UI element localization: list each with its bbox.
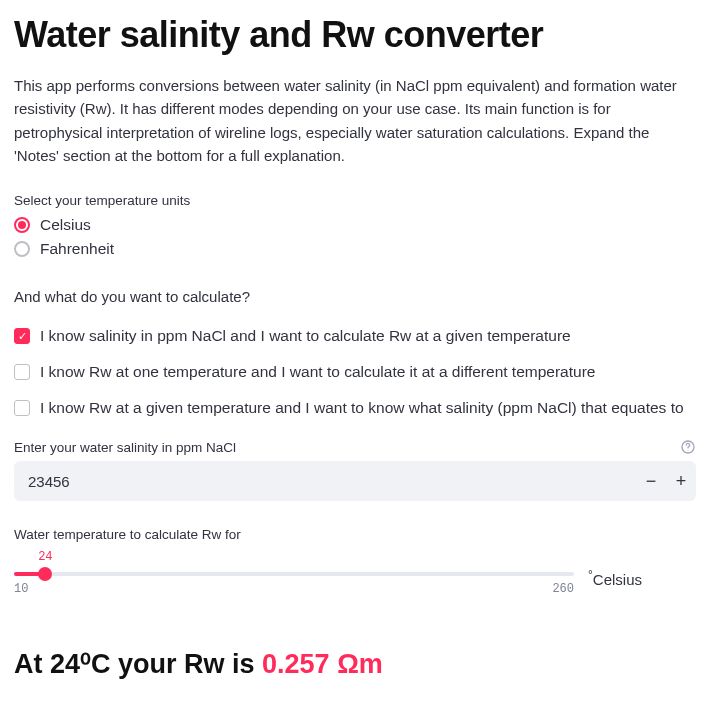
slider-value-tag: 24: [38, 550, 52, 564]
result-prefix: At 24⁰C your Rw is: [14, 649, 262, 679]
result-value: 0.257 Ωm: [262, 649, 383, 679]
calc-options-group: ✓ I know salinity in ppm NaCl and I want…: [14, 327, 696, 417]
checkbox-icon: [14, 400, 30, 416]
slider-unit-label: °Celsius: [588, 558, 642, 588]
intro-text: This app performs conversions between wa…: [14, 74, 696, 167]
page-title: Water salinity and Rw converter: [14, 14, 696, 56]
temp-units-label: Select your temperature units: [14, 193, 696, 208]
radio-label: Celsius: [40, 216, 91, 234]
radio-fahrenheit[interactable]: Fahrenheit: [14, 240, 696, 258]
temp-slider[interactable]: 24 10 260: [14, 550, 574, 596]
checkbox-icon: [14, 364, 30, 380]
slider-min: 10: [14, 582, 28, 596]
checkbox-icon: ✓: [14, 328, 30, 344]
temp-units-radio-group: Celsius Fahrenheit: [14, 216, 696, 258]
salinity-input-wrap: − +: [14, 461, 696, 501]
slider-max: 260: [552, 582, 574, 596]
increment-button[interactable]: +: [666, 461, 696, 501]
check-opt-rw-to-salinity[interactable]: I know Rw at a given temperature and I w…: [14, 399, 696, 417]
svg-point-1: [687, 449, 688, 450]
salinity-input-label: Enter your water salinity in ppm NaCl: [14, 440, 236, 455]
temp-slider-label: Water temperature to calculate Rw for: [14, 527, 696, 542]
decrement-button[interactable]: −: [636, 461, 666, 501]
radio-icon: [14, 217, 30, 233]
check-label: I know salinity in ppm NaCl and I want t…: [40, 327, 571, 345]
check-opt-rw-temp-convert[interactable]: I know Rw at one temperature and I want …: [14, 363, 696, 381]
radio-icon: [14, 241, 30, 257]
slider-track: [14, 572, 574, 576]
slider-thumb[interactable]: [38, 567, 52, 581]
check-label: I know Rw at a given temperature and I w…: [40, 399, 684, 417]
radio-label: Fahrenheit: [40, 240, 114, 258]
check-label: I know Rw at one temperature and I want …: [40, 363, 595, 381]
salinity-input[interactable]: [14, 461, 636, 501]
help-icon[interactable]: [680, 439, 696, 455]
calc-question: And what do you want to calculate?: [14, 288, 696, 305]
check-opt-salinity-to-rw[interactable]: ✓ I know salinity in ppm NaCl and I want…: [14, 327, 696, 345]
radio-celsius[interactable]: Celsius: [14, 216, 696, 234]
result-heading: At 24⁰C your Rw is 0.257 Ωm: [14, 648, 696, 680]
